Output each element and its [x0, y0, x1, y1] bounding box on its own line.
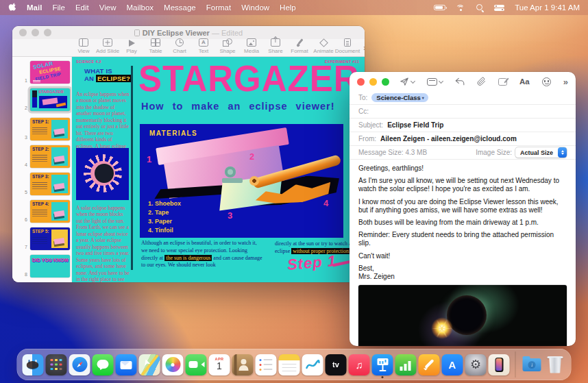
caution-text-left[interactable]: Although an eclipse is beautiful, in ord… — [141, 240, 263, 269]
dock-notes-icon[interactable] — [279, 354, 300, 375]
menubar-clock[interactable]: Tue Apr 1 9:41 AM — [515, 3, 580, 12]
dock-contacts-icon[interactable] — [232, 354, 254, 375]
moon-silhouette — [95, 164, 114, 183]
slide-thumbnail-8[interactable]: DID YOU KNOW — [30, 255, 70, 277]
menu-help[interactable]: Help — [280, 3, 296, 12]
dock-mail-icon[interactable] — [116, 354, 137, 375]
tool-add-slide[interactable]: Add Slide — [99, 38, 116, 54]
slide-title[interactable]: STARGAZER — [138, 57, 360, 100]
body-paragraph: Greetings, earthlings! — [358, 164, 567, 173]
zoom-button[interactable] — [382, 78, 389, 86]
menu-mail[interactable]: Mail — [27, 3, 42, 12]
dock-iphone-mirroring-icon[interactable] — [489, 354, 510, 375]
tool-format[interactable]: Format — [291, 38, 308, 54]
dock-reminders-icon[interactable] — [256, 354, 277, 375]
reply-button[interactable] — [455, 77, 465, 86]
header-fields-icon — [427, 78, 437, 86]
slide-thumbnail-3[interactable]: STEP 1: — [30, 118, 70, 140]
sun-eclipse-illustration[interactable] — [76, 148, 129, 200]
image-size-select[interactable]: Actual Size — [515, 147, 567, 158]
menu-file[interactable]: File — [52, 3, 65, 12]
materials-box[interactable]: MATERIALS 1 2 3 4 1. Shoebox — [140, 124, 343, 238]
document-icon — [344, 38, 351, 47]
tool-shape[interactable]: Shape — [219, 38, 236, 54]
send-options-chevron[interactable] — [411, 78, 415, 83]
eclipse-photo-attachment[interactable] — [358, 285, 567, 346]
dock-safari-icon[interactable] — [69, 354, 90, 375]
menu-mailbox[interactable]: Mailbox — [126, 3, 154, 12]
dock-trash-icon[interactable] — [545, 354, 566, 375]
toolbar-overflow-chevron[interactable]: » — [363, 42, 365, 53]
from-field[interactable]: From: Aileen Zeigen - aileen.zeigen@iclo… — [350, 132, 576, 146]
document-proxy-icon[interactable] — [134, 29, 140, 36]
slide-thumbnail-1[interactable]: SOLAR ECLIPSE FIELD TRIP — [30, 61, 70, 84]
tool-animate[interactable]: Animate — [315, 39, 332, 54]
dock-downloads-icon[interactable] — [522, 354, 543, 375]
course-label[interactable]: SCIENCE 4.2 — [76, 60, 101, 64]
slide-thumbnail-7[interactable]: STEP 5: — [30, 227, 70, 250]
slide-thumbnail-4[interactable]: STEP 2: — [30, 145, 70, 168]
apple-menu-icon[interactable] — [8, 3, 16, 12]
dock-freeform-icon[interactable] — [302, 354, 323, 375]
to-field[interactable]: To: Science-Class▾ — [350, 91, 576, 105]
step-1-callout[interactable]: Step 1 — [286, 252, 337, 274]
fonts-button[interactable]: Aa — [519, 77, 530, 86]
dock-appstore-icon[interactable] — [442, 354, 463, 375]
recipient-token[interactable]: Science-Class▾ — [371, 93, 428, 102]
dock-calendar-icon[interactable]: APR1 — [209, 354, 230, 375]
tool-media[interactable]: Media — [243, 38, 260, 54]
attach-button[interactable] — [477, 77, 486, 86]
menu-format[interactable]: Format — [206, 3, 231, 12]
menu-message[interactable]: Message — [164, 3, 196, 12]
dock-finder-icon[interactable] — [23, 354, 44, 375]
slide-thumbnail-6[interactable]: STEP 4: — [30, 200, 70, 223]
dock-launchpad-icon[interactable] — [46, 354, 67, 375]
what-is-heading[interactable]: WHAT IS AN ECLIPSE? — [84, 67, 132, 83]
toolbar-overflow-chevron[interactable]: » — [563, 77, 568, 87]
table-icon — [151, 38, 160, 47]
dock-appletv-icon[interactable] — [326, 354, 347, 375]
wifi-icon[interactable] — [456, 4, 465, 12]
dock-settings-icon[interactable] — [465, 354, 487, 375]
slide-canvas[interactable]: SCIENCE 4.2 EXPERIMENT #11 WHAT IS AN EC… — [72, 57, 365, 282]
menu-view[interactable]: View — [99, 3, 117, 12]
dock-keynote-icon[interactable] — [372, 354, 393, 375]
dock-messages-icon[interactable] — [93, 354, 114, 375]
minimize-button[interactable] — [369, 78, 377, 86]
header-fields-button[interactable] — [427, 78, 443, 86]
send-button[interactable] — [400, 77, 415, 86]
dock-maps-icon[interactable] — [139, 354, 160, 375]
tool-text[interactable]: Text — [195, 38, 212, 54]
dock-numbers-icon[interactable] — [395, 354, 417, 375]
dock-pages-icon[interactable] — [419, 354, 440, 375]
tool-chart[interactable]: Chart — [171, 38, 188, 54]
dock-facetime-icon[interactable] — [186, 354, 207, 375]
stepper-icon — [558, 147, 567, 158]
tool-document[interactable]: Document — [339, 38, 356, 54]
dock-photos-icon[interactable] — [162, 354, 184, 375]
from-value: Aileen Zeigen - aileen.zeigen@icloud.com — [380, 135, 517, 143]
slide-subtitle[interactable]: How to make an eclipse viewer! — [141, 101, 335, 112]
cc-field[interactable]: Cc: — [350, 105, 576, 119]
slide-thumbnail-5[interactable]: STEP 3: — [30, 173, 70, 195]
tool-table[interactable]: Table — [147, 38, 164, 54]
markup-button[interactable] — [498, 78, 507, 86]
menu-edit[interactable]: Edit — [75, 3, 89, 12]
message-body[interactable]: Greetings, earthlings! As I'm sure you a… — [350, 160, 576, 346]
control-center-icon[interactable] — [494, 5, 504, 11]
tool-share[interactable]: Share — [267, 38, 284, 54]
eclipse-paragraph-2[interactable]: A solar eclipse happens when the moon bl… — [76, 205, 131, 282]
tool-view[interactable]: View — [75, 38, 92, 54]
close-button[interactable] — [357, 78, 365, 86]
battery-icon[interactable] — [434, 5, 445, 10]
menu-window[interactable]: Window — [241, 3, 269, 12]
spotlight-search-icon[interactable] — [476, 3, 484, 12]
column-divider — [131, 66, 133, 270]
dock-music-icon[interactable] — [349, 354, 370, 375]
subject-field[interactable]: Subject: Eclipse Field Trip — [350, 119, 576, 132]
emoji-button[interactable] — [542, 77, 551, 86]
animate-icon — [319, 38, 328, 47]
tool-play[interactable]: Play — [123, 40, 140, 54]
slide-thumbnail-2-selected[interactable]: STARGAZER — [30, 88, 70, 111]
message-size-row: Message Size: 4.3 MB Image Size: Actual … — [350, 146, 576, 160]
